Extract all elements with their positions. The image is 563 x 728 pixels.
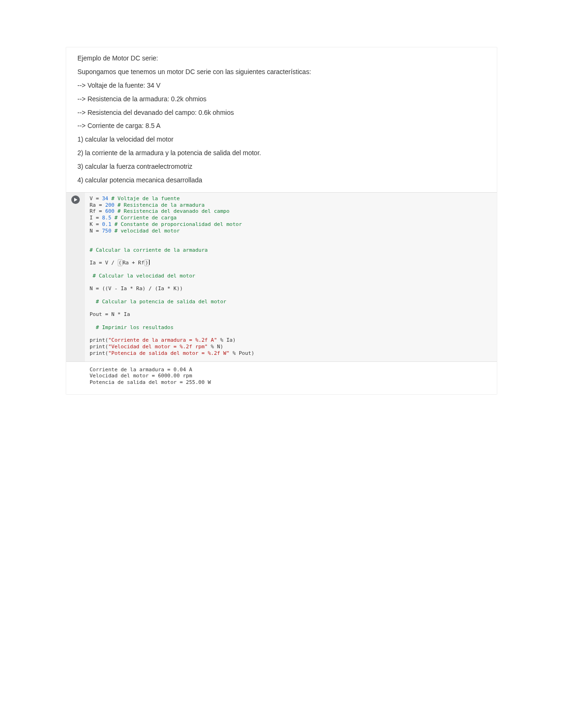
code-text: print( xyxy=(90,350,108,356)
code-string: "Corriente de la armadura = %.2f A" xyxy=(108,337,217,343)
markdown-line: --> Resistencia del devanado del campo: … xyxy=(77,108,486,117)
code-text: V = xyxy=(90,195,102,202)
code-string: "Velocidad del motor = %.2f rpm" xyxy=(108,344,208,350)
code-comment: # Voltaje de la fuente xyxy=(108,195,180,202)
page: Ejemplo de Motor DC serie: Supongamos qu… xyxy=(0,47,563,728)
code-text: N = xyxy=(90,228,102,234)
code-comment: # Calcular la potencia de salida del mot… xyxy=(90,299,226,305)
code-text: % N) xyxy=(208,344,223,350)
code-number: 8.5 xyxy=(102,215,112,221)
bracket-match-close: ) xyxy=(145,259,150,266)
code-text: % Ia) xyxy=(217,337,236,343)
code-comment: # Calcular la corriente de la armadura xyxy=(90,247,208,253)
markdown-line: 1) calcular la velocidad del motor xyxy=(77,135,486,144)
markdown-line: Supongamos que tenemos un motor DC serie… xyxy=(77,68,486,76)
output-line: Velocidad del motor = 6000.00 rpm xyxy=(90,373,192,379)
code-comment: # velocidad del motor xyxy=(111,228,180,234)
code-comment: # Imprimir los resultados xyxy=(90,324,174,330)
code-text: print( xyxy=(90,337,108,343)
code-number: 600 xyxy=(105,208,114,214)
output-line: Corriente de la armadura = 0.04 A xyxy=(90,367,192,373)
markdown-line: 4) calcular potencia mecanica desarrolla… xyxy=(77,176,486,185)
code-number: 34 xyxy=(102,195,108,202)
code-number: 750 xyxy=(102,228,112,234)
markdown-cell[interactable]: Ejemplo de Motor DC serie: Supongamos qu… xyxy=(66,47,497,193)
markdown-line: Ejemplo de Motor DC serie: xyxy=(77,54,486,63)
code-text: Ra + Rf xyxy=(122,260,144,266)
code-comment: # Resistencia de la armadura xyxy=(114,202,205,208)
code-text: Ra = xyxy=(90,202,105,208)
code-cell-gutter xyxy=(66,193,85,361)
code-string: "Potencia de salida del motor = %.2f W" xyxy=(108,350,229,356)
code-comment: # Resistencia del devanado del campo xyxy=(114,208,229,214)
code-text: % Pout) xyxy=(229,350,254,356)
code-text: K = xyxy=(90,221,102,227)
run-cell-button[interactable] xyxy=(71,195,80,204)
code-cell: V = 34 # Voltaje de la fuente Ra = 200 #… xyxy=(66,193,497,362)
code-text: print( xyxy=(90,344,108,350)
code-text: I = xyxy=(90,215,102,221)
code-comment: # Calcular la velocidad del motor xyxy=(90,273,195,279)
code-comment: # Constante de proporcionalidad del moto… xyxy=(111,221,242,227)
svg-marker-0 xyxy=(74,198,77,202)
play-icon xyxy=(74,198,77,202)
text-cursor xyxy=(149,260,150,265)
output-text: Corriente de la armadura = 0.04 A Veloci… xyxy=(85,362,497,394)
bracket-match-open: ( xyxy=(118,259,123,266)
notebook: Ejemplo de Motor DC serie: Supongamos qu… xyxy=(66,47,497,395)
markdown-line: --> Voltaje de la fuente: 34 V xyxy=(77,81,486,90)
code-text: N = ((V - Ia * Ra) / (Ia * K)) xyxy=(90,285,183,292)
code-text: Ia = V / xyxy=(90,260,118,266)
code-comment: # Corriente de carga xyxy=(111,215,176,221)
output-line: Potencia de salida del motor = 255.00 W xyxy=(90,379,211,385)
code-number: 0.1 xyxy=(102,221,112,227)
output-gutter xyxy=(66,362,85,394)
code-text: Rf = xyxy=(90,208,105,214)
code-text: Pout = N * Ia xyxy=(90,311,130,317)
markdown-line: --> Resistencia de la armadura: 0.2k ohm… xyxy=(77,95,486,104)
code-number: 200 xyxy=(105,202,114,208)
markdown-line: 2) la corriente de la armadura y la pote… xyxy=(77,149,486,158)
code-editor[interactable]: V = 34 # Voltaje de la fuente Ra = 200 #… xyxy=(85,193,497,361)
markdown-line: --> Corriente de carga: 8.5 A xyxy=(77,121,486,130)
output-cell: Corriente de la armadura = 0.04 A Veloci… xyxy=(66,362,497,394)
markdown-line: 3) calcular la fuerza contraelectromotri… xyxy=(77,162,486,171)
